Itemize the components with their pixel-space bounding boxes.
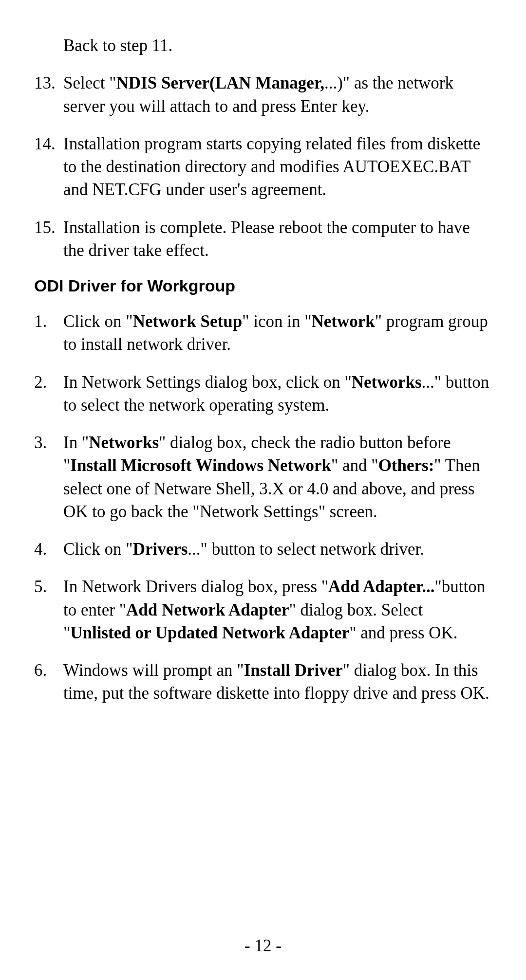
list-item-body: In Network Drivers dialog box, press "Ad… <box>63 575 492 644</box>
text-run: " and " <box>331 456 378 475</box>
list-item-number: 5. <box>34 575 63 598</box>
bold-text: Add Adapter... <box>328 577 435 596</box>
text-run: " icon in " <box>242 312 311 331</box>
bold-text: Networks <box>352 373 422 392</box>
text-run: Select " <box>63 73 116 92</box>
bold-text: Add Network Adapter <box>126 600 289 619</box>
text-run: " and press OK. <box>349 623 457 642</box>
list-item-body: In "Networks" dialog box, check the radi… <box>63 431 492 523</box>
text-run: In " <box>63 433 89 452</box>
bold-text: Drivers <box>133 540 188 559</box>
list-item: 14.Installation program starts copying r… <box>34 132 492 201</box>
bold-text: Unlisted or Updated Network Adapter <box>70 623 349 642</box>
list-item-number: 14. <box>34 132 63 155</box>
list-item: 1.Click on "Network Setup" icon in "Netw… <box>34 310 492 356</box>
bold-text: Network Setup <box>133 312 243 331</box>
ordered-list-a: 13.Select "NDIS Server(LAN Manager,...)"… <box>34 72 492 262</box>
page-number-prefix: - <box>244 936 254 955</box>
list-item-body: Select "NDIS Server(LAN Manager,...)" as… <box>63 72 492 118</box>
list-item-number: 1. <box>34 310 63 333</box>
bold-text: Network <box>312 312 375 331</box>
bold-text: NDIS Server(LAN Manager, <box>116 73 324 92</box>
list-item: 2.In Network Settings dialog box, click … <box>34 371 492 417</box>
list-item-body: Installation is complete. Please reboot … <box>63 216 492 262</box>
list-item-number: 6. <box>34 659 63 682</box>
list-item-body: Installation program starts copying rela… <box>63 132 492 201</box>
list-item-body: Click on "Drivers..." button to select n… <box>63 538 492 561</box>
text-run: Installation is complete. Please reboot … <box>63 218 470 260</box>
bold-text: Install Microsoft Windows Network <box>70 456 331 475</box>
ordered-list-b: 1.Click on "Network Setup" icon in "Netw… <box>34 310 492 705</box>
list-item: 13.Select "NDIS Server(LAN Manager,...)"… <box>34 72 492 118</box>
section-heading: ODI Driver for Workgroup <box>34 276 492 295</box>
list-item-body: Windows will prompt an "Install Driver" … <box>63 659 492 705</box>
text-run: In Network Drivers dialog box, press " <box>63 577 328 596</box>
bold-text: Networks <box>89 433 159 452</box>
text-run: Windows will prompt an " <box>63 661 244 680</box>
list-item: 4.Click on "Drivers..." button to select… <box>34 538 492 561</box>
text-run: Click on " <box>63 540 133 559</box>
list-item: 5.In Network Drivers dialog box, press "… <box>34 575 492 644</box>
page-number-value: 12 <box>255 936 272 955</box>
list-item-number: 3. <box>34 431 63 454</box>
list-item-number: 13. <box>34 72 63 94</box>
list-item-body: In Network Settings dialog box, click on… <box>63 371 492 417</box>
list-item-body: Click on "Network Setup" icon in "Networ… <box>63 310 492 356</box>
list-item: 15.Installation is complete. Please rebo… <box>34 216 492 262</box>
continuation-text: Back to step 11. <box>63 34 492 57</box>
text-run: ..." button to select network driver. <box>188 540 424 559</box>
list-item-number: 2. <box>34 371 63 394</box>
list-item: 3.In "Networks" dialog box, check the ra… <box>34 431 492 523</box>
list-item-number: 4. <box>34 538 63 561</box>
page-number-suffix: - <box>272 936 282 955</box>
document-page: Back to step 11. 13.Select "NDIS Server(… <box>0 0 526 980</box>
text-run: Click on " <box>63 312 133 331</box>
bold-text: Others: <box>378 456 434 475</box>
text-run: Installation program starts copying rela… <box>63 134 480 200</box>
text-run: In Network Settings dialog box, click on… <box>63 373 352 392</box>
list-item: 6.Windows will prompt an "Install Driver… <box>34 659 492 705</box>
bold-text: Install Driver <box>244 661 343 680</box>
list-item-number: 15. <box>34 216 63 239</box>
page-number: - 12 - <box>0 936 526 956</box>
